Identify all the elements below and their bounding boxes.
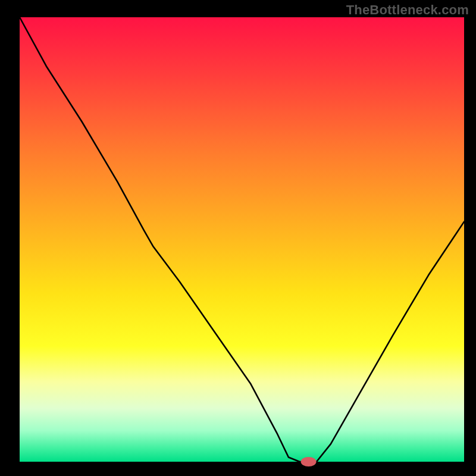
- plot-gradient-background: [20, 17, 464, 462]
- chart-stage: TheBottleneck.com: [0, 0, 476, 476]
- optimal-point-marker: [301, 457, 317, 466]
- watermark-text: TheBottleneck.com: [346, 2, 469, 18]
- bottleneck-chart: [0, 0, 476, 476]
